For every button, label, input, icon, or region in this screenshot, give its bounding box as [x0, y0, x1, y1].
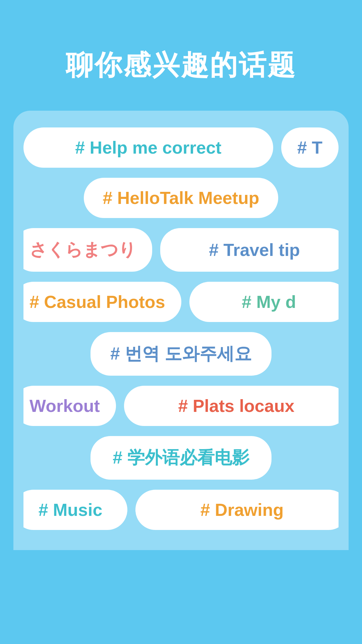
page-header: 聊你感兴趣的话题	[0, 0, 362, 111]
topics-row-1: # Help me correct # T	[23, 127, 339, 168]
topic-chip-text: # 번역 도와주세요	[110, 342, 252, 366]
topic-chip-travel-tip[interactable]: # Travel tip	[160, 228, 339, 272]
topic-chip-text: # Help me correct	[75, 138, 221, 158]
topic-chip-my-d[interactable]: # My d	[189, 282, 339, 322]
topic-chip-text: # Casual Photos	[29, 292, 165, 312]
topics-row-8: # Music # Drawing	[23, 490, 339, 530]
page-title: 聊你感兴趣的话题	[20, 47, 342, 84]
topic-chip-text: # Music	[39, 500, 103, 520]
topics-row-2: # HelloTalk Meetup	[23, 178, 339, 218]
topic-chip-music[interactable]: # Music	[23, 490, 127, 530]
topic-chip-help-correct[interactable]: # Help me correct	[23, 127, 273, 168]
topic-chip-learn-language-movie[interactable]: # 学外语必看电影	[90, 436, 272, 480]
topic-chip-text: # 学外语必看电影	[113, 446, 249, 470]
topics-container: # Help me correct # T # HelloTalk Meetup…	[13, 111, 349, 550]
topic-chip-workout[interactable]: Workout	[23, 386, 116, 426]
topics-row-5: # 번역 도와주세요	[23, 332, 339, 376]
page-background: 聊你感兴趣的话题 # Help me correct # T # HelloTa…	[0, 0, 362, 550]
topic-chip-hellotalk-meetup[interactable]: # HelloTalk Meetup	[84, 178, 278, 218]
topic-chip-casual-photos[interactable]: # Casual Photos	[23, 282, 181, 322]
topics-row-6: Workout # Plats locaux	[23, 386, 339, 426]
topics-row-3: さくらまつり # Travel tip	[23, 228, 339, 272]
topic-chip-text: Workout	[29, 396, 100, 416]
topic-chip-translation-help[interactable]: # 번역 도와주세요	[90, 332, 272, 376]
topic-chip-text: # Drawing	[200, 500, 284, 520]
topic-chip-sakura[interactable]: さくらまつり	[23, 228, 152, 272]
topic-chip-text: # HelloTalk Meetup	[103, 188, 259, 208]
topics-row-7: # 学外语必看电影	[23, 436, 339, 480]
topics-row-4: # Casual Photos # My d	[23, 282, 339, 322]
topic-chip-plats-locaux[interactable]: # Plats locaux	[124, 386, 339, 426]
topic-chip-text: さくらまつり	[29, 238, 136, 262]
topic-chip-drawing[interactable]: # Drawing	[135, 490, 339, 530]
topic-chip-truncated1[interactable]: # T	[281, 127, 339, 168]
topic-chip-text: # My d	[242, 292, 296, 312]
topic-chip-text: # Travel tip	[209, 240, 300, 260]
topic-chip-text: # T	[297, 138, 322, 158]
topic-chip-text: # Plats locaux	[178, 396, 295, 416]
